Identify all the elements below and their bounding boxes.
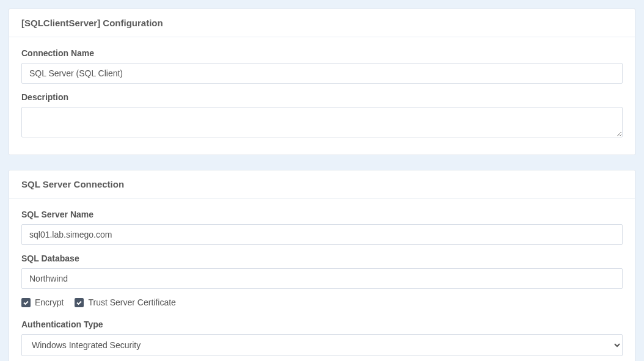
auth-type-label: Authentication Type xyxy=(21,319,623,329)
database-input[interactable] xyxy=(21,268,623,289)
connection-panel-body: SQL Server Name SQL Database Encrypt Tru… xyxy=(9,199,635,361)
connection-panel-header: SQL Server Connection xyxy=(9,170,635,199)
server-name-label: SQL Server Name xyxy=(21,210,623,219)
connection-panel-title: SQL Server Connection xyxy=(21,179,623,189)
config-panel-title: [SQLClientServer] Configuration xyxy=(21,18,623,28)
connection-name-input[interactable] xyxy=(21,63,623,84)
description-label: Description xyxy=(21,92,623,102)
checkbox-row: Encrypt Trust Server Certificate xyxy=(21,297,623,307)
server-name-input[interactable] xyxy=(21,224,623,245)
checkmark-icon xyxy=(23,299,29,306)
database-label: SQL Database xyxy=(21,253,623,263)
trust-cert-checkbox-label[interactable]: Trust Server Certificate xyxy=(88,297,175,307)
encrypt-checkbox-label[interactable]: Encrypt xyxy=(35,297,64,307)
checkmark-icon xyxy=(76,299,82,306)
trust-cert-checkbox[interactable] xyxy=(75,298,84,307)
description-textarea[interactable] xyxy=(21,107,623,137)
encrypt-checkbox[interactable] xyxy=(21,298,31,307)
auth-type-select[interactable]: Windows Integrated Security xyxy=(21,334,623,356)
config-panel: [SQLClientServer] Configuration Connecti… xyxy=(9,9,635,155)
connection-name-label: Connection Name xyxy=(21,48,623,58)
connection-panel: SQL Server Connection SQL Server Name SQ… xyxy=(9,170,635,361)
config-panel-body: Connection Name Description xyxy=(9,37,635,155)
config-panel-header: [SQLClientServer] Configuration xyxy=(9,9,635,37)
